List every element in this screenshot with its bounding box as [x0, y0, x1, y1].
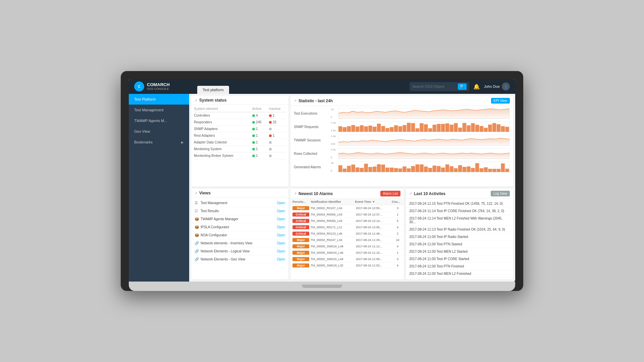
svg-rect-4 — [356, 127, 359, 132]
view-name: Network Elements - Geo View — [201, 257, 277, 261]
expand-icon[interactable]: ↗ — [409, 192, 412, 195]
expand-icon[interactable]: ↗ — [195, 191, 197, 195]
expand-icon[interactable]: ↗ — [294, 192, 297, 195]
alarms-panel: ↗ Newest 10 Alarms Alarm List Perceiv...… — [290, 189, 404, 280]
svg-rect-21 — [428, 128, 432, 132]
list-item: 2017-08-24 11:14 Test MEN L2 Finished Wi… — [406, 215, 513, 226]
sidebar-item-label: Bookmarks — [134, 140, 153, 144]
view-type-icon: 🔗 — [195, 249, 201, 253]
list-item: 2017-08-24 11:15 Test PTN Finished OK (1… — [406, 200, 513, 207]
svg-rect-68 — [458, 165, 462, 172]
view-open-link[interactable]: Open — [277, 209, 285, 213]
svg-rect-77 — [497, 169, 500, 172]
alarm-count: 3 — [393, 206, 402, 210]
svg-rect-0 — [338, 126, 342, 132]
search-input[interactable] — [412, 84, 456, 88]
laptop-screen: C COMARCH OSS CONSOLE Test platform 🔍 🔔 … — [129, 79, 515, 282]
alarm-event-time: 2017-08-24 12:55... — [356, 206, 393, 210]
y-min: 200 — [331, 142, 337, 145]
user-area[interactable]: John Doe 👤 — [484, 82, 510, 90]
list-item: 📦 TWAMP Agents Manager Open — [191, 215, 288, 223]
stat-label: TWAMP Sessions — [294, 138, 331, 142]
list-item: 2017-08-24 11:00 Test IP CORE Started — [406, 255, 513, 263]
alarm-notif-id: TM_00004_R0123_L46 — [309, 232, 356, 235]
expand-icon[interactable]: ↗ — [294, 99, 297, 103]
sidebar-item-geo-view[interactable]: Geo View — [129, 126, 189, 137]
stat-row: TWAMP Sessions 1.6k 200 — [294, 135, 510, 145]
status-inactive-val: 1 — [269, 114, 286, 117]
view-open-link[interactable]: Open — [277, 241, 285, 245]
green-dot — [252, 134, 255, 137]
view-open-link[interactable]: Open — [277, 217, 285, 221]
svg-rect-36 — [492, 123, 496, 132]
svg-rect-13 — [394, 125, 398, 132]
active-tab[interactable]: Test platform — [197, 86, 229, 94]
views-panel: ↗ Views ☰ Test Management Open ☑ Test Re… — [191, 189, 288, 280]
col-perceiv: Perceiv... — [292, 200, 311, 203]
y-min: 5 — [331, 169, 337, 172]
log-view-button[interactable]: Log View — [491, 191, 510, 196]
sidebar-item-bookmarks[interactable]: Bookmarks ▶ — [129, 137, 189, 147]
alarm-notif-id: TM_00005_SW019_L32 — [309, 264, 356, 267]
sidebar-item-test-management[interactable]: Test Management — [129, 105, 189, 115]
green-dot — [252, 114, 255, 117]
expand-icon[interactable]: ↗ — [195, 99, 197, 102]
svg-rect-49 — [377, 164, 381, 172]
sidebar-item-twamp[interactable]: TWAMP Agents M... — [129, 115, 189, 126]
alarm-severity-badge: Critical — [292, 213, 309, 217]
svg-rect-1 — [343, 127, 346, 132]
list-item: 2017-08-24 11:00 Test IP Radio Started — [406, 233, 513, 241]
view-open-link[interactable]: Open — [277, 201, 285, 205]
view-open-link[interactable]: Open — [277, 257, 285, 261]
svg-rect-23 — [437, 124, 440, 132]
y-max: 1.6k — [331, 135, 337, 138]
svg-rect-12 — [390, 127, 393, 132]
col-event-time: Event Time ▼ — [355, 200, 392, 203]
alarm-notif-id: TM_00005_SW019_L48 — [309, 245, 356, 248]
status-inactive-val — [269, 155, 286, 157]
table-row: Major TM_00005_SW019_L48 2017-08-24 11:1… — [290, 243, 404, 250]
chart-y-labels: 14 2 — [331, 108, 337, 119]
sidebar-item-label: Test Management — [134, 108, 163, 112]
alarm-event-time: 2017-08-24 11:12... — [356, 245, 393, 248]
alarm-count: 3 — [393, 257, 402, 261]
alarms-header: ↗ Newest 10 Alarms Alarm List — [290, 189, 404, 199]
y-min: 3.5k — [331, 129, 337, 132]
view-open-link[interactable]: Open — [277, 233, 285, 237]
search-button[interactable]: 🔍 — [458, 83, 467, 90]
avatar: 👤 — [502, 82, 510, 90]
table-row: Critical TM_00004_R0056_L03 2017-08-24 1… — [290, 218, 404, 224]
alarm-notif-id: TM_00001_R0171_L11 — [309, 226, 356, 229]
list-item: 🔗 Network Elements - Geo View Open — [191, 255, 288, 263]
green-dot — [252, 148, 255, 150]
status-table: System element Active Inactive Controlle… — [191, 105, 288, 161]
alarm-list-button[interactable]: Alarm List — [380, 191, 400, 196]
view-type-icon: 📦 — [195, 233, 201, 237]
notification-icon[interactable]: 🔔 — [473, 83, 480, 90]
y-min: 2 — [331, 116, 337, 119]
view-name: Network Elements - Logical View — [201, 249, 277, 253]
sidebar-item-label: Geo View — [134, 129, 150, 133]
svg-rect-38 — [501, 126, 505, 132]
sidebar-item-test-platform[interactable]: Test Platform — [129, 94, 189, 105]
alarm-notif-id: TM_00004_R0056_L03 — [309, 219, 356, 223]
laptop-frame: C COMARCH OSS CONSOLE Test platform 🔍 🔔 … — [121, 71, 523, 291]
alarm-severity-badge: Major — [292, 206, 309, 210]
view-open-link[interactable]: Open — [277, 249, 285, 253]
y-max: 35 — [331, 162, 337, 165]
svg-rect-29 — [463, 123, 466, 132]
svg-rect-11 — [385, 128, 389, 132]
status-inactive-val — [269, 128, 286, 130]
svg-rect-65 — [445, 165, 449, 172]
alarm-count: 5 — [393, 219, 402, 223]
kpi-view-button[interactable]: KPI View — [491, 98, 510, 104]
svg-rect-61 — [428, 168, 432, 172]
table-row: Major TM_00002_R0107_L04 2017-08-24 12:5… — [290, 205, 404, 212]
y-max: 14 — [331, 108, 337, 111]
svg-rect-40 — [338, 165, 342, 172]
view-open-link[interactable]: Open — [277, 225, 285, 229]
stat-label: SNMP Requests — [294, 125, 331, 129]
list-item: 2017-08-24 11:00 Test PTN Finished — [406, 263, 513, 270]
svg-rect-62 — [433, 166, 436, 172]
statistics-header: ↗ Statistic - last 24h KPI View — [290, 96, 513, 106]
